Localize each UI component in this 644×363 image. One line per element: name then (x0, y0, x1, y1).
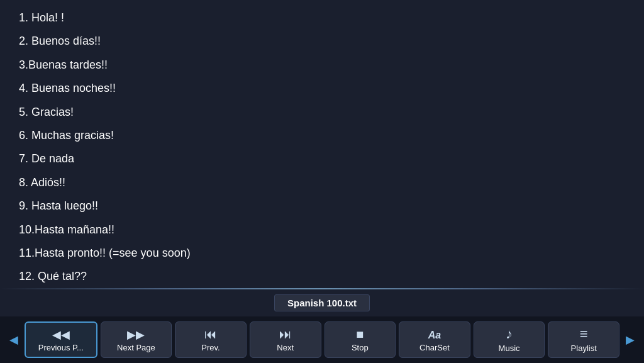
text-line: 9. Hasta luego!! (19, 194, 625, 218)
prev-page-button[interactable]: Previous P... (25, 321, 97, 358)
prev-icon (204, 328, 217, 340)
prev-label: Prev. (201, 343, 219, 352)
charset-label: CharSet (419, 343, 450, 352)
toolbar: Previous P... Next Page Prev. Next Stop … (0, 316, 644, 363)
next-label: Next (277, 343, 294, 352)
next-button[interactable]: Next (250, 321, 321, 358)
next-icon (279, 328, 292, 340)
text-line: 1. Hola! ! (19, 6, 625, 30)
stop-icon (356, 328, 364, 340)
text-line: 4. Buenas noches!! (19, 77, 625, 100)
music-button[interactable]: Music (474, 321, 545, 358)
left-arrow-icon (9, 333, 18, 347)
right-nav-arrow[interactable] (623, 324, 638, 355)
playlist-label: Playlist (571, 343, 597, 353)
prev-page-label: Previous P... (38, 343, 84, 352)
text-line: 2. Buenos días!! (19, 30, 625, 53)
prev-page-icon (52, 328, 70, 340)
text-line: 12. Qué tal?? (19, 265, 625, 288)
music-icon (506, 327, 513, 341)
next-page-icon (127, 328, 145, 340)
status-bar: Spanish 100.txt (0, 289, 644, 316)
text-line: 5. Gracias! (19, 101, 625, 124)
stop-label: Stop (352, 343, 369, 352)
prev-button[interactable]: Prev. (175, 321, 247, 358)
text-line: 3.Buenas tardes!! (19, 53, 625, 77)
playlist-button[interactable]: Playlist (548, 321, 619, 358)
filename-display: Spanish 100.txt (274, 294, 370, 311)
right-arrow-icon (626, 333, 635, 347)
text-line: 6. Muchas gracias! (19, 124, 625, 147)
stop-button[interactable]: Stop (325, 321, 396, 358)
playlist-icon (580, 327, 588, 341)
text-line: 11.Hasta pronto!! (=see you soon) (19, 242, 625, 265)
text-line: 10.Hasta mañana!! (19, 218, 625, 242)
left-nav-arrow[interactable] (6, 324, 21, 355)
music-label: Music (499, 343, 520, 353)
charset-icon (428, 328, 441, 340)
charset-button[interactable]: CharSet (399, 321, 470, 358)
next-page-label: Next Page (117, 343, 155, 352)
content-area: 1. Hola! !2. Buenos días!!3.Buenas tarde… (0, 0, 644, 288)
next-page-button[interactable]: Next Page (101, 321, 172, 358)
text-line: 7. De nada (19, 147, 625, 170)
text-line: 8. Adiós!! (19, 171, 625, 194)
